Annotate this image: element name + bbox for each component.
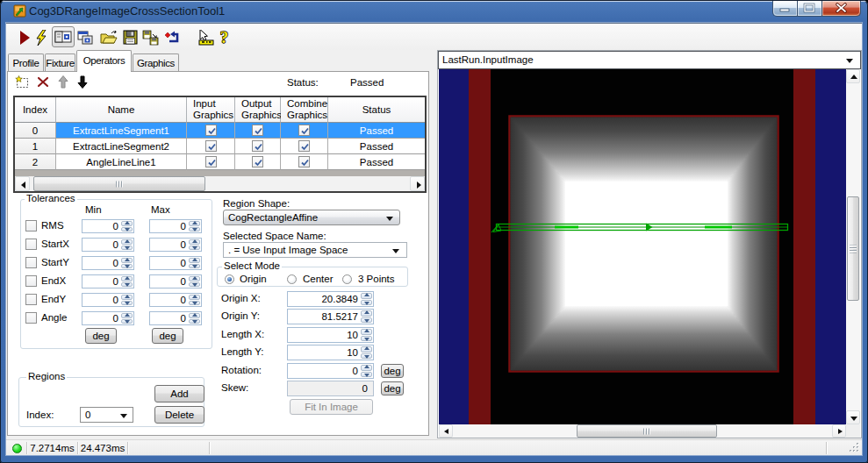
tab-graphics[interactable]: Graphics — [133, 53, 179, 72]
save-as-button[interactable] — [142, 30, 160, 46]
spin-up-button[interactable] — [189, 239, 200, 245]
spin-up-button[interactable] — [361, 365, 372, 371]
spin-up-button[interactable] — [121, 239, 133, 245]
col-header-input-graphics[interactable]: Input Graphics — [187, 97, 235, 123]
resize-grip[interactable] — [849, 442, 860, 453]
spin-down-button[interactable] — [189, 246, 200, 251]
col-header-output-graphics[interactable]: Output Graphics — [235, 97, 281, 123]
spin-up-button[interactable] — [121, 276, 133, 281]
grid-row-2[interactable]: 2 AngleLineLine1 Passed — [15, 154, 425, 170]
rotation-deg-button[interactable]: deg — [381, 364, 404, 378]
spin-down-button[interactable] — [121, 319, 133, 324]
origin-x-spinner[interactable]: 20.3849 — [287, 291, 374, 307]
tolerance-rms-checkbox[interactable] — [25, 220, 37, 232]
spin-down-button[interactable] — [189, 301, 200, 306]
select-mode-origin-radio[interactable] — [225, 274, 234, 284]
spin-down-button[interactable] — [361, 336, 372, 342]
grid-horizontal-scrollbar[interactable] — [15, 176, 425, 191]
image-vertical-scrollbar[interactable] — [846, 69, 860, 424]
spin-up-button[interactable] — [189, 221, 200, 226]
spin-down-button[interactable] — [189, 282, 200, 288]
output-graphics-checkbox[interactable] — [252, 140, 263, 152]
spin-down-button[interactable] — [361, 300, 372, 306]
pointer-ruler-button[interactable] — [197, 30, 215, 46]
move-down-icon[interactable] — [76, 75, 89, 89]
spin-up-button[interactable] — [361, 329, 372, 335]
tolerance-angle-min-spinner[interactable]: 0 — [82, 311, 134, 325]
region-index-dropdown[interactable]: 0 — [80, 407, 133, 423]
spin-down-button[interactable] — [189, 319, 200, 324]
scroll-right-arrow[interactable] — [410, 176, 425, 191]
add-operator-button[interactable] — [15, 75, 30, 89]
tolerance-starty-min-spinner[interactable]: 0 — [82, 256, 134, 270]
tolerance-angle-checkbox[interactable] — [25, 312, 37, 324]
scroll-down-arrow[interactable] — [846, 410, 860, 424]
spin-down-button[interactable] — [361, 372, 372, 378]
tolerance-endx-checkbox[interactable] — [25, 275, 37, 287]
scroll-thumb[interactable] — [577, 424, 717, 438]
tolerance-startx-min-spinner[interactable]: 0 — [82, 238, 134, 252]
move-up-icon[interactable] — [57, 75, 69, 89]
spin-up-button[interactable] — [361, 310, 372, 317]
col-header-combine-graphics[interactable]: Combine Graphics — [281, 97, 328, 123]
run-electric-button[interactable] — [33, 30, 49, 46]
tolerance-starty-checkbox[interactable] — [25, 257, 37, 268]
length-x-spinner[interactable]: 10 — [287, 327, 374, 343]
region-shape-dropdown[interactable]: CogRectangleAffine — [223, 210, 400, 225]
spin-down-button[interactable] — [121, 246, 133, 251]
combine-graphics-checkbox[interactable] — [298, 140, 310, 152]
tolerance-endx-min-spinner[interactable]: 0 — [82, 274, 134, 288]
select-mode-points3-radio[interactable] — [342, 274, 352, 284]
spin-up-button[interactable] — [189, 276, 200, 281]
input-graphics-checkbox[interactable] — [205, 125, 217, 136]
run-button[interactable] — [17, 30, 32, 46]
scroll-thumb[interactable] — [33, 176, 205, 191]
show-current-records-button[interactable] — [76, 30, 94, 46]
spin-up-button[interactable] — [121, 221, 133, 226]
tab-operators[interactable]: Operators — [76, 50, 132, 72]
delete-operator-button[interactable] — [37, 76, 49, 88]
output-graphics-checkbox[interactable] — [252, 156, 263, 167]
spin-down-button[interactable] — [121, 227, 133, 232]
spin-down-button[interactable] — [121, 282, 133, 288]
max-deg-button[interactable]: deg — [152, 328, 183, 344]
spin-down-button[interactable] — [361, 317, 372, 324]
space-name-dropdown[interactable]: . = Use Input Image Space — [223, 242, 407, 258]
spin-up-button[interactable] — [189, 313, 200, 318]
skew-deg-button[interactable]: deg — [381, 381, 404, 395]
scroll-thumb[interactable] — [847, 196, 859, 301]
input-graphics-checkbox[interactable] — [205, 156, 217, 167]
tolerance-endy-checkbox[interactable] — [25, 294, 37, 305]
add-region-button[interactable]: Add — [154, 385, 204, 402]
scroll-left-arrow[interactable] — [439, 424, 453, 438]
input-graphics-checkbox[interactable] — [205, 140, 217, 152]
grid-row-0[interactable]: 0 ExtractLineSegment1 Passed — [15, 123, 425, 139]
length-y-spinner[interactable]: 10 — [287, 345, 374, 360]
tab-fixture[interactable]: Fixture — [45, 53, 75, 72]
scroll-up-arrow[interactable] — [846, 69, 860, 83]
tolerance-starty-max-spinner[interactable]: 0 — [149, 256, 202, 270]
tolerance-endx-max-spinner[interactable]: 0 — [149, 274, 202, 288]
tab-profile[interactable]: Profile — [8, 53, 44, 72]
spin-down-button[interactable] — [189, 264, 200, 269]
fit-in-image-button[interactable]: Fit In Image — [290, 399, 373, 415]
min-deg-button[interactable]: deg — [85, 328, 117, 344]
tolerance-endy-max-spinner[interactable]: 0 — [149, 293, 202, 307]
spin-up-button[interactable] — [121, 313, 133, 318]
spin-down-button[interactable] — [361, 353, 372, 360]
col-header-name[interactable]: Name — [56, 97, 187, 123]
tolerance-endy-min-spinner[interactable]: 0 — [82, 293, 134, 307]
spin-up-button[interactable] — [361, 346, 372, 353]
spin-down-button[interactable] — [189, 227, 200, 232]
show-last-run-records-button[interactable] — [52, 26, 75, 47]
reset-button[interactable] — [164, 30, 182, 46]
close-button[interactable] — [821, 1, 861, 17]
open-file-button[interactable] — [100, 30, 118, 46]
spin-up-button[interactable] — [361, 293, 372, 299]
output-graphics-checkbox[interactable] — [252, 125, 263, 136]
tolerance-startx-max-spinner[interactable]: 0 — [149, 238, 202, 252]
tolerance-rms-min-spinner[interactable]: 0 — [82, 219, 134, 233]
record-source-dropdown[interactable]: LastRun.InputImage — [438, 51, 861, 69]
tolerance-rms-max-spinner[interactable]: 0 — [149, 219, 202, 233]
combine-graphics-checkbox[interactable] — [298, 125, 310, 136]
